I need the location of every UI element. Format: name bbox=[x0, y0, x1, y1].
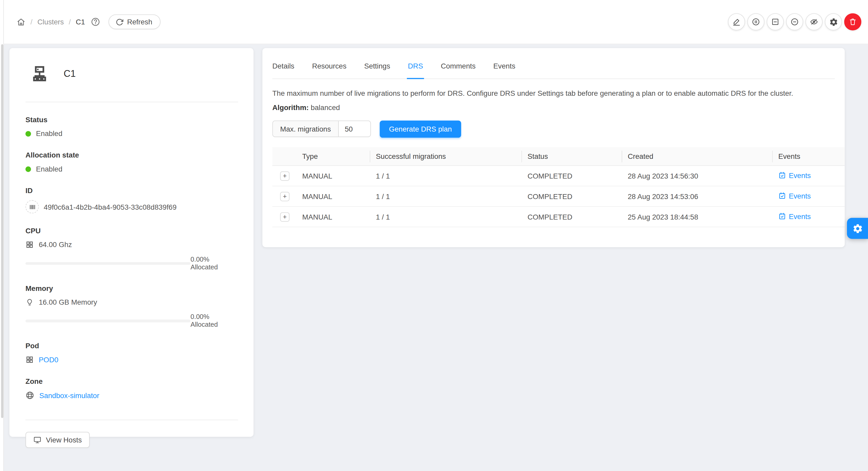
status-section: Status Enabled bbox=[26, 114, 238, 138]
expand-row-button[interactable]: + bbox=[280, 212, 289, 222]
eye-invisible-icon bbox=[810, 18, 818, 26]
drs-controls: Max. migrations Generate DRS plan bbox=[272, 121, 835, 138]
col-successful-migrations: Successful migrations bbox=[370, 147, 522, 166]
edit-button[interactable] bbox=[728, 13, 745, 30]
memory-label: Memory bbox=[26, 284, 53, 293]
cell-successful-migrations: 1 / 1 bbox=[370, 207, 522, 227]
scrollbar-thumb[interactable] bbox=[1, 44, 3, 418]
tab-details[interactable]: Details bbox=[272, 55, 294, 78]
cpu-section: CPU 64.00 Ghz 0.00% Allocated bbox=[26, 226, 238, 271]
cell-status: COMPLETED bbox=[522, 166, 622, 186]
pod-link[interactable]: POD0 bbox=[39, 356, 58, 364]
breadcrumb-clusters[interactable]: Clusters bbox=[37, 18, 64, 26]
allocation-label: Allocation state bbox=[26, 151, 79, 159]
calendar-check-icon bbox=[778, 212, 786, 220]
cell-status: COMPLETED bbox=[522, 186, 622, 207]
breadcrumb-current: C1 bbox=[76, 18, 85, 26]
detail-card: Details Resources Settings DRS Comments … bbox=[262, 48, 845, 247]
tab-resources[interactable]: Resources bbox=[312, 55, 346, 78]
minus-square-icon bbox=[771, 18, 779, 26]
memory-section: Memory 16.00 GB Memory 0.00% Allocated bbox=[26, 283, 238, 329]
refresh-button[interactable]: Refresh bbox=[108, 14, 160, 29]
pause-circle-icon bbox=[752, 18, 760, 26]
cell-successful-migrations: 1 / 1 bbox=[370, 186, 522, 207]
barcode-icon bbox=[29, 203, 36, 210]
tab-events[interactable]: Events bbox=[493, 55, 516, 78]
divider bbox=[26, 419, 238, 420]
col-created: Created bbox=[622, 147, 773, 166]
expand-row-button[interactable]: + bbox=[280, 171, 289, 180]
cell-created: 28 Aug 2023 14:56:30 bbox=[622, 166, 773, 186]
app-root: / Clusters / C1 Refresh bbox=[0, 0, 868, 471]
cell-successful-migrations: 1 / 1 bbox=[370, 166, 522, 186]
col-expand bbox=[272, 147, 297, 166]
table-row: + MANUAL 1 / 1 COMPLETED 25 Aug 2023 18:… bbox=[272, 207, 845, 227]
tab-settings[interactable]: Settings bbox=[364, 55, 390, 78]
cpu-label: CPU bbox=[26, 227, 40, 235]
algorithm-value: balanced bbox=[311, 103, 340, 111]
monitor-icon bbox=[33, 436, 41, 444]
view-hosts-label: View Hosts bbox=[46, 436, 82, 444]
minus-circle-icon bbox=[790, 18, 799, 26]
cell-created: 25 Aug 2023 18:44:58 bbox=[622, 207, 773, 227]
tab-comments[interactable]: Comments bbox=[441, 55, 476, 78]
breadcrumb-separator: / bbox=[69, 18, 71, 26]
help-icon[interactable] bbox=[91, 17, 100, 27]
col-status: Status bbox=[522, 147, 622, 166]
cell-status: COMPLETED bbox=[522, 207, 622, 227]
zone-link[interactable]: Sandbox-simulator bbox=[39, 391, 99, 399]
table-header-row: Type Successful migrations Status Create… bbox=[272, 147, 845, 166]
cpu-allocated-label: 0.00% Allocated bbox=[190, 255, 238, 271]
id-section: ID 49f0c6a1-4b2b-4ba4-9053-33c08d839f69 bbox=[26, 185, 238, 213]
floating-settings-button[interactable] bbox=[847, 218, 868, 239]
row-events-link[interactable]: Events bbox=[778, 192, 811, 200]
max-migrations-label: Max. migrations bbox=[273, 121, 339, 137]
resource-title: C1 bbox=[64, 68, 75, 79]
view-hosts-button[interactable]: View Hosts bbox=[26, 432, 90, 448]
status-label: Status bbox=[26, 115, 48, 124]
globe-icon bbox=[26, 391, 34, 400]
home-icon[interactable] bbox=[17, 18, 26, 26]
settings-button[interactable] bbox=[825, 13, 842, 30]
col-events: Events bbox=[773, 147, 845, 166]
row-events-link[interactable]: Events bbox=[778, 171, 811, 179]
pod-label: Pod bbox=[26, 342, 39, 350]
cell-type: MANUAL bbox=[297, 186, 370, 207]
cell-type: MANUAL bbox=[297, 207, 370, 227]
allocation-section: Allocation state Enabled bbox=[26, 150, 238, 173]
delete-button[interactable] bbox=[844, 13, 861, 30]
hide-button[interactable] bbox=[805, 13, 823, 30]
zone-label: Zone bbox=[26, 377, 42, 385]
max-migrations-input[interactable] bbox=[339, 121, 370, 137]
breadcrumb-separator: / bbox=[30, 18, 32, 26]
gear-icon bbox=[829, 18, 838, 26]
gear-icon bbox=[852, 223, 863, 234]
pod-section: Pod POD0 bbox=[26, 341, 238, 364]
trash-icon bbox=[848, 18, 857, 26]
unmanage-button[interactable] bbox=[767, 13, 784, 30]
id-value: 49f0c6a1-4b2b-4ba4-9053-33c08d839f69 bbox=[44, 203, 177, 211]
reload-icon bbox=[115, 18, 123, 26]
generate-drs-plan-button[interactable]: Generate DRS plan bbox=[379, 121, 461, 138]
row-events-link[interactable]: Events bbox=[778, 212, 811, 220]
status-dot bbox=[26, 131, 31, 136]
tab-drs[interactable]: DRS bbox=[408, 55, 423, 78]
copy-id-button[interactable] bbox=[26, 200, 39, 213]
cluster-info-card: C1 Status Enabled Allocation state Enabl… bbox=[9, 48, 254, 437]
top-header: / Clusters / C1 Refresh bbox=[4, 0, 868, 44]
pause-button[interactable] bbox=[747, 13, 764, 30]
disable-button[interactable] bbox=[786, 13, 803, 30]
calendar-check-icon bbox=[778, 171, 786, 179]
memory-allocated-label: 0.00% Allocated bbox=[190, 313, 238, 329]
table-row: + MANUAL 1 / 1 COMPLETED 28 Aug 2023 14:… bbox=[272, 166, 845, 186]
allocation-dot bbox=[26, 166, 31, 171]
cpu-value: 64.00 Ghz bbox=[39, 241, 72, 249]
id-label: ID bbox=[26, 186, 33, 195]
table-row: + MANUAL 1 / 1 COMPLETED 28 Aug 2023 14:… bbox=[272, 186, 845, 207]
breadcrumb: / Clusters / C1 bbox=[17, 17, 100, 27]
appstore-icon bbox=[26, 356, 34, 364]
drs-description: The maximum number of live migrations to… bbox=[272, 89, 835, 99]
tabs: Details Resources Settings DRS Comments … bbox=[272, 55, 835, 79]
expand-row-button[interactable]: + bbox=[280, 192, 289, 201]
cluster-icon bbox=[30, 65, 49, 83]
